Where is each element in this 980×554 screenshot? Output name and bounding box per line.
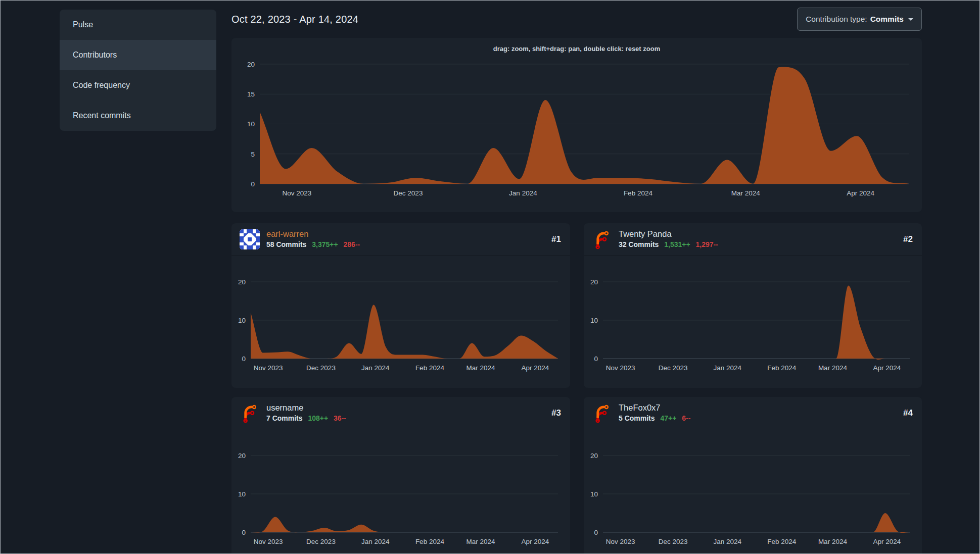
svg-text:20: 20 xyxy=(247,61,255,68)
contributor-chart[interactable]: 01020Nov 2023Dec 2023Jan 2024Feb 2024Mar… xyxy=(588,429,917,554)
svg-text:Jan 2024: Jan 2024 xyxy=(714,538,742,545)
forgejo-logo-avatar xyxy=(592,403,612,423)
svg-text:0: 0 xyxy=(242,529,246,536)
deletions-count: 286-- xyxy=(344,240,360,248)
contributor-info: Twenty Panda 32 Commits 1,531++ 1,297-- xyxy=(619,229,718,249)
deletions-count: 6-- xyxy=(682,414,690,422)
svg-text:Dec 2023: Dec 2023 xyxy=(306,364,336,372)
contributor-name: username xyxy=(266,402,346,413)
contributor-chart[interactable]: 01020Nov 2023Dec 2023Jan 2024Feb 2024Mar… xyxy=(236,256,565,388)
date-range-title: Oct 22, 2023 - Apr 14, 2024 xyxy=(231,14,358,25)
svg-text:0: 0 xyxy=(594,529,598,536)
sidebar-item-pulse[interactable]: Pulse xyxy=(60,10,216,40)
svg-text:Feb 2024: Feb 2024 xyxy=(767,364,797,372)
contribution-type-value: Commits xyxy=(870,15,904,24)
svg-text:Feb 2024: Feb 2024 xyxy=(415,364,445,372)
contributor-stats: 5 Commits 47++ 6-- xyxy=(619,414,690,423)
rank-badge: #3 xyxy=(551,408,561,418)
svg-text:Jan 2024: Jan 2024 xyxy=(361,538,390,545)
svg-text:0: 0 xyxy=(242,355,246,363)
svg-text:0: 0 xyxy=(251,180,255,188)
svg-text:Feb 2024: Feb 2024 xyxy=(767,538,797,545)
sidebar-item-contributors[interactable]: Contributors xyxy=(60,40,216,70)
svg-text:10: 10 xyxy=(590,317,598,324)
additions-count: 3,375++ xyxy=(312,240,338,248)
contributor-info: username 7 Commits 108++ 36-- xyxy=(266,402,346,423)
contributor-card: Twenty Panda 32 Commits 1,531++ 1,297-- … xyxy=(584,223,922,388)
svg-text:Dec 2023: Dec 2023 xyxy=(394,189,423,197)
svg-text:Nov 2023: Nov 2023 xyxy=(254,364,283,372)
contributor-info: earl-warren 58 Commits 3,375++ 286-- xyxy=(266,229,360,249)
contributor-name: TheFox0x7 xyxy=(619,402,690,413)
contributor-card: username 7 Commits 108++ 36-- #3 01020No… xyxy=(231,397,570,554)
svg-text:Nov 2023: Nov 2023 xyxy=(254,538,283,545)
svg-text:10: 10 xyxy=(238,317,246,324)
contributor-stats: 58 Commits 3,375++ 286-- xyxy=(266,240,360,249)
svg-text:20: 20 xyxy=(238,278,246,286)
svg-text:Jan 2024: Jan 2024 xyxy=(714,364,742,372)
sidebar-item-recent-commits[interactable]: Recent commits xyxy=(60,100,216,131)
svg-text:10: 10 xyxy=(590,490,598,498)
contributor-card-header: username 7 Commits 108++ 36-- #3 xyxy=(231,397,570,429)
forgejo-logo-avatar xyxy=(240,403,260,423)
commit-count: 7 Commits xyxy=(266,414,303,422)
svg-text:Mar 2024: Mar 2024 xyxy=(731,189,761,197)
svg-text:Nov 2023: Nov 2023 xyxy=(606,364,635,372)
contributor-name[interactable]: earl-warren xyxy=(266,229,360,239)
contributor-name: Twenty Panda xyxy=(619,229,718,239)
svg-text:Nov 2023: Nov 2023 xyxy=(283,189,312,197)
svg-text:Apr 2024: Apr 2024 xyxy=(521,538,549,545)
contribution-type-dropdown[interactable]: Contribution type: Commits xyxy=(797,8,922,31)
svg-text:15: 15 xyxy=(247,90,255,98)
svg-text:Mar 2024: Mar 2024 xyxy=(818,538,848,545)
contribution-type-label: Contribution type: xyxy=(806,15,867,24)
contributor-stats: 32 Commits 1,531++ 1,297-- xyxy=(619,240,718,249)
contributors-page: Pulse Contributors Code frequency Recent… xyxy=(0,0,980,554)
additions-count: 47++ xyxy=(660,414,676,422)
svg-text:Dec 2023: Dec 2023 xyxy=(659,364,688,372)
svg-text:Mar 2024: Mar 2024 xyxy=(466,364,496,372)
commit-count: 58 Commits xyxy=(266,240,306,248)
svg-text:Dec 2023: Dec 2023 xyxy=(659,538,688,545)
svg-text:Mar 2024: Mar 2024 xyxy=(466,538,496,545)
svg-text:Apr 2024: Apr 2024 xyxy=(873,538,901,545)
overall-contributions-chart[interactable]: 05101520Nov 2023Dec 2023Jan 2024Feb 2024… xyxy=(241,54,913,209)
contributor-chart[interactable]: 01020Nov 2023Dec 2023Jan 2024Feb 2024Mar… xyxy=(236,429,565,554)
content-header: Oct 22, 2023 - Apr 14, 2024 Contribution… xyxy=(231,1,922,38)
svg-text:Jan 2024: Jan 2024 xyxy=(509,189,537,197)
chart-zoom-hint: drag: zoom, shift+drag: pan, double clic… xyxy=(241,44,913,54)
contributor-cards-grid: earl-warren 58 Commits 3,375++ 286-- #1 … xyxy=(231,223,922,554)
svg-text:Apr 2024: Apr 2024 xyxy=(873,364,901,372)
additions-count: 1,531++ xyxy=(664,240,690,248)
content-area: Oct 22, 2023 - Apr 14, 2024 Contribution… xyxy=(231,1,922,554)
svg-text:20: 20 xyxy=(590,452,598,460)
identicon-avatar xyxy=(240,229,260,249)
contributor-card-header: earl-warren 58 Commits 3,375++ 286-- #1 xyxy=(231,223,570,256)
contributor-card: earl-warren 58 Commits 3,375++ 286-- #1 … xyxy=(231,223,570,388)
overall-contributions-card: drag: zoom, shift+drag: pan, double clic… xyxy=(231,38,922,212)
sidebar-item-code-frequency[interactable]: Code frequency xyxy=(60,70,216,100)
contributor-card: TheFox0x7 5 Commits 47++ 6-- #4 01020Nov… xyxy=(584,397,922,554)
svg-text:Jan 2024: Jan 2024 xyxy=(361,364,390,372)
activity-sidebar: Pulse Contributors Code frequency Recent… xyxy=(60,10,216,131)
commit-count: 32 Commits xyxy=(619,240,659,248)
commit-count: 5 Commits xyxy=(619,414,655,422)
svg-text:Apr 2024: Apr 2024 xyxy=(847,189,874,197)
svg-text:Apr 2024: Apr 2024 xyxy=(521,364,549,372)
rank-badge: #1 xyxy=(551,234,561,244)
svg-text:10: 10 xyxy=(238,490,246,498)
deletions-count: 36-- xyxy=(334,414,346,422)
forgejo-logo-avatar xyxy=(592,229,612,249)
svg-text:Dec 2023: Dec 2023 xyxy=(306,538,336,545)
rank-badge: #2 xyxy=(903,234,913,244)
contributor-chart[interactable]: 01020Nov 2023Dec 2023Jan 2024Feb 2024Mar… xyxy=(588,256,917,388)
svg-text:10: 10 xyxy=(247,120,255,128)
caret-down-icon xyxy=(908,18,913,23)
svg-text:20: 20 xyxy=(590,278,598,286)
svg-text:5: 5 xyxy=(251,150,255,158)
svg-text:Feb 2024: Feb 2024 xyxy=(415,538,445,545)
svg-text:Feb 2024: Feb 2024 xyxy=(624,189,653,197)
contributor-card-header: TheFox0x7 5 Commits 47++ 6-- #4 xyxy=(584,397,922,429)
additions-count: 108++ xyxy=(308,414,328,422)
contributor-card-header: Twenty Panda 32 Commits 1,531++ 1,297-- … xyxy=(584,223,922,256)
